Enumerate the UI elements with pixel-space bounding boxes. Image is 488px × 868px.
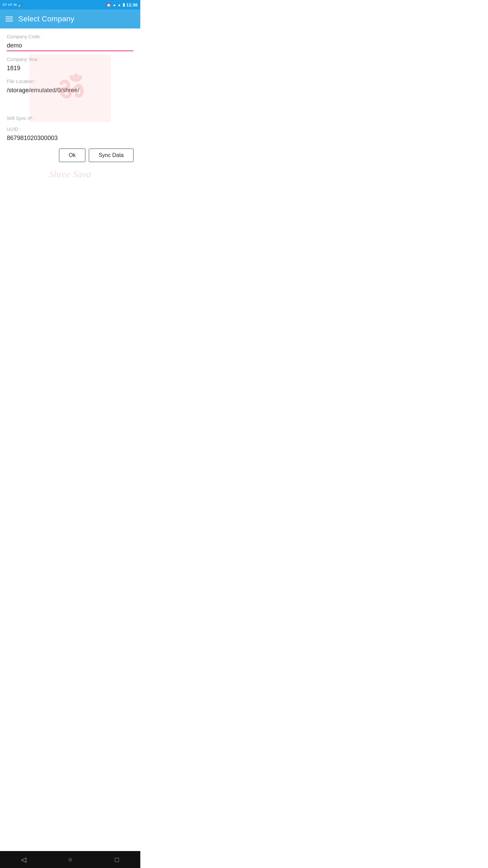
status-bar: CT CT ✉ 🧹 ⏰ ▲ ▲ ▮ 11:36: [0, 0, 140, 9]
app-bar: Select Company: [0, 9, 140, 28]
company-code-label: Company Code :: [7, 34, 134, 39]
company-code-input[interactable]: [7, 41, 134, 51]
status-bar-right: ⏰ ▲ ▲ ▮ 11:36: [106, 2, 138, 7]
brand-watermark: Shree Sava: [7, 169, 134, 180]
ct-icon2: CT: [8, 3, 12, 6]
mail-icon: ✉: [14, 3, 17, 7]
content-area: Company Code : Company Year : 1819 File …: [0, 28, 140, 209]
shree-symbol: ॐ: [57, 73, 83, 103]
time-display: 11:36: [126, 2, 138, 7]
broom-icon: 🧹: [18, 3, 23, 7]
action-buttons: Ok Sync Data: [7, 149, 134, 162]
signal-icon: ▲: [118, 3, 121, 7]
battery-icon: ▮: [123, 2, 125, 7]
ct-icon1: CT: [3, 3, 7, 6]
sync-data-button[interactable]: Sync Data: [89, 149, 134, 162]
form-container: Company Code : Company Year : 1819 File …: [7, 34, 134, 203]
hamburger-menu-button[interactable]: [5, 17, 13, 21]
company-code-field: Company Code :: [7, 34, 134, 51]
watermark-overlay: ॐ: [29, 54, 111, 122]
wifi-icon: ▲: [113, 3, 116, 7]
page-title: Select Company: [18, 15, 75, 23]
alarm-icon: ⏰: [106, 3, 111, 7]
uuid-value: 867981020300003: [7, 133, 134, 143]
uuid-label: UUID :: [7, 126, 134, 132]
status-bar-left: CT CT ✉ 🧹: [3, 3, 23, 7]
uuid-field: UUID : 867981020300003: [7, 126, 134, 143]
ok-button[interactable]: Ok: [59, 149, 85, 162]
